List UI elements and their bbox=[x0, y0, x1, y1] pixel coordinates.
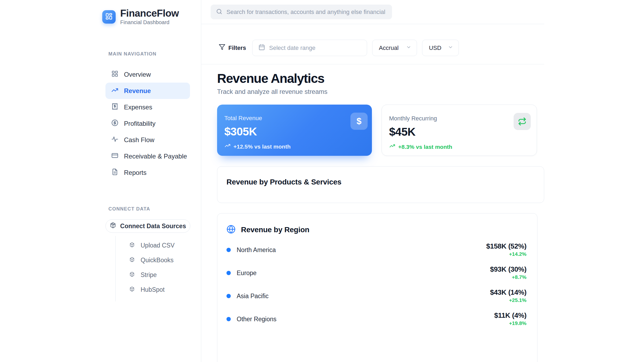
file-text-icon bbox=[111, 168, 118, 177]
package-icon bbox=[129, 286, 135, 293]
region-name: Asia Pacific bbox=[237, 293, 269, 300]
region-delta: +8.7% bbox=[512, 274, 526, 281]
sidebar: FinanceFlow Financial Dashboard MAIN NAV… bbox=[0, 0, 201, 362]
connect-button-label: Connect Data Sources bbox=[120, 223, 186, 230]
accounting-basis-select[interactable]: Accrual bbox=[372, 40, 417, 56]
search-icon bbox=[216, 8, 222, 16]
stat-label: Total Revenue bbox=[224, 115, 372, 122]
filters-label-text: Filters bbox=[228, 45, 246, 51]
layout-dashboard-icon bbox=[105, 13, 113, 21]
stat-delta-text: +12.5% vs last month bbox=[233, 143, 291, 150]
filters-label: Filters bbox=[219, 44, 246, 52]
connect-item-label: HubSpot bbox=[141, 286, 165, 293]
package-icon bbox=[129, 257, 135, 264]
sidebar-item-expenses[interactable]: Expenses bbox=[105, 99, 190, 115]
main-navigation: Overview Revenue Expenses Profitability … bbox=[0, 66, 190, 181]
layout-grid-icon bbox=[111, 70, 118, 79]
region-value: $11K (4%) bbox=[494, 311, 526, 319]
sidebar-item-label: Reports bbox=[124, 169, 147, 176]
repeat-icon bbox=[514, 113, 531, 130]
region-name: Europe bbox=[237, 269, 257, 277]
region-name: Other Regions bbox=[237, 316, 276, 323]
dollar-circle-icon bbox=[111, 119, 118, 128]
revenue-by-region-card: Revenue by Region North America $158K (5… bbox=[217, 213, 537, 362]
revenue-by-products-card: Revenue by Products & Services bbox=[217, 166, 544, 203]
region-delta: +25.1% bbox=[509, 297, 526, 304]
connect-item-label: QuickBooks bbox=[141, 257, 174, 264]
filters-bar: Filters Select date range Accrual USD bbox=[201, 24, 544, 64]
region-dot-icon bbox=[226, 248, 231, 252]
region-value: $93K (30%) bbox=[490, 265, 526, 273]
sidebar-item-profitability[interactable]: Profitability bbox=[105, 115, 190, 132]
package-icon bbox=[129, 242, 135, 249]
stat-delta: +8.3% vs last month bbox=[389, 143, 537, 151]
connect-item-hubspot[interactable]: HubSpot bbox=[129, 282, 201, 297]
region-name: North America bbox=[237, 246, 276, 254]
page-title: Revenue Analytics bbox=[217, 72, 544, 86]
trend-up-icon bbox=[224, 143, 231, 150]
connect-item-quickbooks[interactable]: QuickBooks bbox=[129, 253, 201, 268]
chevron-down-icon bbox=[406, 45, 411, 51]
connect-item-label: Upload CSV bbox=[141, 242, 175, 249]
global-search bbox=[211, 5, 392, 19]
region-row-north-america: North America $158K (52%) +14.2% bbox=[226, 238, 526, 261]
region-card-header: Revenue by Region bbox=[226, 225, 526, 234]
filter-funnel-icon bbox=[219, 44, 225, 52]
app-logo bbox=[102, 10, 116, 24]
brand-text: FinanceFlow Financial Dashboard bbox=[120, 8, 179, 25]
section-label-connect-data: CONNECT DATA bbox=[0, 206, 201, 212]
region-value: $158K (52%) bbox=[486, 242, 526, 250]
region-dot-icon bbox=[226, 317, 231, 321]
receipt-icon bbox=[111, 103, 118, 112]
sidebar-item-reports[interactable]: Reports bbox=[105, 164, 190, 181]
sidebar-item-cash-flow[interactable]: Cash Flow bbox=[105, 132, 190, 148]
page-subtitle: Track and analyze all revenue streams bbox=[217, 88, 544, 95]
region-delta: +19.8% bbox=[509, 320, 526, 327]
sidebar-item-overview[interactable]: Overview bbox=[105, 66, 190, 83]
chevron-down-icon bbox=[448, 45, 453, 51]
monthly-recurring-card: Monthly Recurring $45K +8.3% vs last mon… bbox=[382, 105, 537, 156]
main-content: Filters Select date range Accrual USD Re… bbox=[201, 0, 544, 362]
region-dot-icon bbox=[226, 271, 231, 275]
region-row-left: North America bbox=[226, 246, 276, 254]
sidebar-item-revenue[interactable]: Revenue bbox=[105, 83, 190, 99]
region-card-title: Revenue by Region bbox=[241, 226, 309, 234]
search-input[interactable] bbox=[226, 9, 387, 16]
currency-select[interactable]: USD bbox=[422, 40, 459, 56]
section-label-main-navigation: MAIN NAVIGATION bbox=[0, 51, 201, 57]
sidebar-item-receivable-payable[interactable]: Receivable & Payable bbox=[105, 148, 190, 164]
globe-icon bbox=[226, 225, 236, 235]
brand-tagline: Financial Dashboard bbox=[120, 19, 179, 25]
sidebar-item-label: Expenses bbox=[124, 104, 152, 111]
stat-value: $305K bbox=[224, 125, 372, 138]
topbar bbox=[201, 0, 544, 24]
date-range-placeholder: Select date range bbox=[269, 45, 315, 51]
region-row-left: Other Regions bbox=[226, 316, 276, 323]
stat-delta: +12.5% vs last month bbox=[224, 143, 372, 150]
basis-selected-value: Accrual bbox=[379, 45, 398, 51]
connect-data-sources-button[interactable]: Connect Data Sources bbox=[105, 219, 190, 233]
sidebar-item-label: Revenue bbox=[124, 87, 151, 95]
activity-icon bbox=[111, 136, 118, 144]
date-range-picker[interactable]: Select date range bbox=[252, 40, 367, 56]
connect-item-upload-csv[interactable]: Upload CSV bbox=[129, 238, 201, 253]
page-body: Revenue Analytics Track and analyze all … bbox=[201, 64, 544, 362]
app-root: FinanceFlow Financial Dashboard MAIN NAV… bbox=[0, 0, 644, 362]
brand-name: FinanceFlow bbox=[120, 8, 179, 19]
dollar-icon: $ bbox=[350, 113, 368, 130]
region-rows: North America $158K (52%) +14.2% Europe bbox=[226, 238, 526, 331]
package-icon bbox=[129, 271, 135, 279]
sidebar-item-label: Cash Flow bbox=[124, 136, 154, 144]
credit-card-icon bbox=[111, 152, 118, 161]
connect-item-stripe[interactable]: Stripe bbox=[129, 268, 201, 282]
stat-cards-row: Total Revenue $305K +12.5% vs last month… bbox=[217, 105, 544, 156]
connect-item-label: Stripe bbox=[141, 271, 157, 279]
brand: FinanceFlow Financial Dashboard bbox=[0, 0, 201, 25]
package-icon bbox=[110, 222, 116, 230]
region-row-asia-pacific: Asia Pacific $43K (14%) +25.1% bbox=[226, 285, 526, 308]
sidebar-item-label: Overview bbox=[124, 71, 151, 78]
calendar-icon bbox=[258, 44, 265, 52]
region-row-right: $93K (30%) +8.7% bbox=[490, 265, 526, 281]
region-row-right: $43K (14%) +25.1% bbox=[490, 288, 526, 304]
products-card-title: Revenue by Products & Services bbox=[226, 178, 544, 186]
